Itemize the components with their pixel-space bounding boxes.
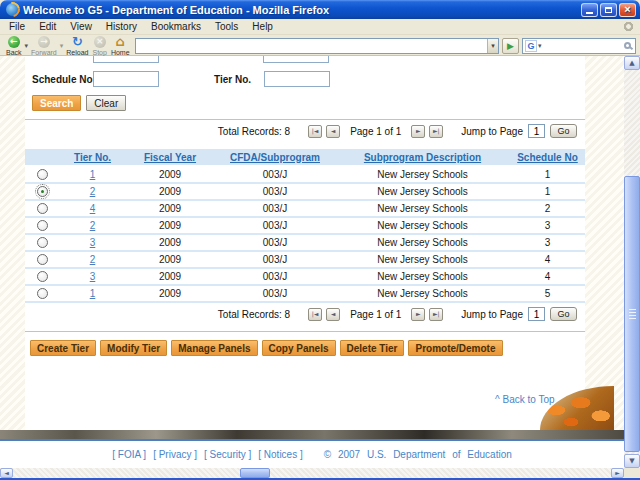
next-page-button[interactable]: ► (411, 308, 425, 321)
tier-link[interactable]: 4 (90, 203, 96, 214)
tier-link[interactable]: 1 (90, 169, 96, 180)
next-page-button[interactable]: ► (411, 125, 425, 138)
forward-dropdown-icon[interactable]: ▾ (59, 42, 65, 50)
cell-cfda: 003/J (215, 217, 335, 234)
row-radio[interactable] (37, 237, 48, 248)
header-fiscal-year[interactable]: Fiscal Year (125, 149, 215, 166)
jump-go-button[interactable]: Go (550, 307, 577, 321)
table-row: 3 2009 003/J New Jersey Schools 3 (25, 234, 585, 251)
search-input[interactable] (543, 40, 624, 52)
throbber-icon (623, 21, 634, 32)
cutoff-field-1[interactable] (93, 56, 159, 63)
back-to-top-link[interactable]: ^ Back to Top (495, 394, 555, 405)
delete-tier-button[interactable]: Delete Tier (340, 340, 405, 356)
address-bar: ▾ (135, 38, 499, 54)
close-button[interactable]: × (619, 3, 636, 17)
google-icon[interactable]: G (525, 40, 537, 52)
scroll-right-icon[interactable]: ► (611, 468, 624, 478)
tier-link[interactable]: 3 (90, 271, 96, 282)
cell-fiscal-year: 2009 (125, 166, 215, 183)
cell-cfda: 003/J (215, 183, 335, 200)
menu-help[interactable]: Help (245, 20, 280, 33)
modify-tier-button[interactable]: Modify Tier (100, 340, 167, 356)
manage-panels-button[interactable]: Manage Panels (171, 340, 257, 356)
menu-tools[interactable]: Tools (208, 20, 245, 33)
row-radio[interactable] (37, 220, 48, 231)
stop-button[interactable]: × Stop (90, 36, 108, 56)
cell-description: New Jersey Schools (335, 251, 510, 268)
horizontal-scrollbar-thumb[interactable] (240, 468, 270, 478)
row-radio[interactable] (37, 169, 48, 180)
cell-description: New Jersey Schools (335, 217, 510, 234)
home-button[interactable]: ⌂ Home (109, 36, 132, 56)
back-button[interactable]: ← Back (4, 36, 24, 56)
tier-link[interactable]: 2 (90, 254, 96, 265)
row-radio[interactable] (37, 203, 48, 214)
tier-link[interactable]: 2 (90, 186, 96, 197)
browser-window: Welcome to G5 - Department of Education … (0, 0, 640, 480)
tier-link[interactable]: 2 (90, 220, 96, 231)
copy-panels-button[interactable]: Copy Panels (262, 340, 336, 356)
row-radio[interactable] (37, 186, 48, 197)
notices-link[interactable]: [ Notices ] (258, 449, 302, 460)
row-radio[interactable] (37, 271, 48, 282)
first-page-button[interactable]: |◄ (308, 308, 322, 321)
forward-button[interactable]: → Forward (29, 36, 59, 56)
create-tier-button[interactable]: Create Tier (30, 340, 96, 356)
cutoff-fields (25, 56, 585, 66)
clear-button[interactable]: Clear (86, 95, 126, 111)
footer-photo-band (0, 430, 624, 441)
header-tier-no[interactable]: Tier No. (60, 149, 125, 166)
menu-file[interactable]: File (2, 20, 32, 33)
header-schedule-no[interactable]: Schedule No (510, 149, 585, 166)
scroll-up-icon[interactable]: ▲ (624, 56, 640, 70)
cell-fiscal-year: 2009 (125, 234, 215, 251)
close-icon: × (624, 4, 630, 15)
restore-button[interactable] (600, 3, 617, 17)
menu-view[interactable]: View (63, 20, 99, 33)
vertical-scrollbar[interactable]: ▲ ▼ (624, 56, 640, 468)
header-subprogram-description[interactable]: Subprogram Description (335, 149, 510, 166)
menu-history[interactable]: History (99, 20, 144, 33)
minimize-button[interactable] (581, 3, 598, 17)
menu-bookmarks[interactable]: Bookmarks (144, 20, 208, 33)
schedule-no-field[interactable] (93, 71, 159, 87)
table-row: 4 2009 003/J New Jersey Schools 2 (25, 200, 585, 217)
cutoff-field-2[interactable] (263, 56, 329, 63)
promote-demote-button[interactable]: Promote/Demote (408, 340, 502, 356)
table-header-row: Tier No. Fiscal Year CFDA/Subprogram Sub… (25, 149, 585, 166)
last-page-button[interactable]: ►| (429, 308, 443, 321)
first-page-button[interactable]: |◄ (308, 125, 322, 138)
scroll-left-icon[interactable]: ◄ (0, 468, 13, 478)
go-button[interactable]: ▶ (502, 38, 519, 54)
tier-no-field[interactable] (264, 71, 330, 87)
cell-fiscal-year: 2009 (125, 251, 215, 268)
reload-icon: ↻ (72, 35, 83, 48)
reload-button[interactable]: ↻ Reload (64, 36, 90, 56)
jump-to-page-input[interactable] (528, 307, 545, 321)
search-icon[interactable] (624, 42, 631, 49)
prev-page-button[interactable]: ◄ (326, 125, 340, 138)
security-link[interactable]: [ Security ] (204, 449, 251, 460)
pagination-top: Total Records: 8 |◄ ◄ Page 1 of 1 ► ►| J… (25, 122, 585, 140)
row-radio[interactable] (37, 254, 48, 265)
last-page-button[interactable]: ►| (429, 125, 443, 138)
search-button[interactable]: Search (32, 95, 81, 111)
row-radio[interactable] (37, 288, 48, 299)
cell-fiscal-year: 2009 (125, 285, 215, 302)
address-input[interactable] (136, 40, 487, 52)
menu-edit[interactable]: Edit (32, 20, 63, 33)
tier-link[interactable]: 1 (90, 288, 96, 299)
privacy-link[interactable]: [ Privacy ] (153, 449, 197, 460)
vertical-scrollbar-thumb[interactable] (624, 176, 640, 452)
foia-link[interactable]: [ FOIA ] (112, 449, 146, 460)
prev-page-button[interactable]: ◄ (326, 308, 340, 321)
cell-description: New Jersey Schools (335, 285, 510, 302)
jump-go-button[interactable]: Go (550, 124, 577, 138)
scroll-down-icon[interactable]: ▼ (624, 454, 640, 468)
jump-to-page-input[interactable] (528, 124, 545, 138)
address-dropdown-icon[interactable]: ▾ (487, 39, 498, 53)
header-cfda-subprogram[interactable]: CFDA/Subprogram (215, 149, 335, 166)
horizontal-scrollbar[interactable]: ◄ ► (0, 468, 624, 478)
tier-link[interactable]: 3 (90, 237, 96, 248)
